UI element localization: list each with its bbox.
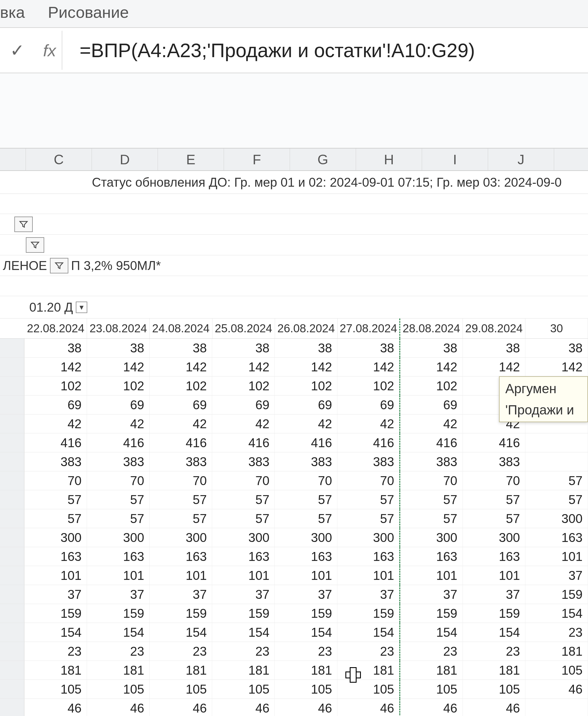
data-cell[interactable]: 101	[400, 566, 463, 585]
data-cell[interactable]: 154	[337, 623, 400, 641]
data-cell[interactable]: 69	[150, 395, 212, 414]
data-cell[interactable]: 46	[87, 699, 150, 716]
data-cell[interactable]: 102	[87, 376, 150, 395]
data-cell[interactable]: 38	[150, 339, 212, 357]
data-cell[interactable]: 142	[525, 357, 588, 376]
data-cell[interactable]: 300	[212, 528, 275, 547]
data-cell[interactable]: 300	[275, 528, 337, 547]
row-header[interactable]	[0, 509, 24, 528]
data-cell[interactable]: 181	[212, 661, 275, 679]
row-header[interactable]	[0, 680, 24, 698]
data-cell[interactable]: 383	[463, 452, 525, 471]
row-header[interactable]	[0, 642, 24, 660]
data-cell[interactable]: 57	[150, 490, 212, 509]
data-cell[interactable]: 105	[212, 680, 275, 698]
data-cell[interactable]: 57	[275, 509, 337, 528]
data-cell[interactable]: 159	[275, 604, 337, 623]
data-cell[interactable]: 37	[24, 585, 87, 604]
data-cell[interactable]: 101	[275, 566, 337, 585]
data-cell[interactable]: 23	[463, 642, 525, 660]
formula-input[interactable]: =ВПР(A4:A23;'Продажи и остатки'!A10:G29)	[71, 39, 582, 61]
row-header[interactable]	[0, 414, 24, 433]
data-cell[interactable]: 163	[212, 547, 275, 566]
column-header-G[interactable]: G	[290, 148, 356, 170]
data-cell[interactable]: 300	[337, 528, 400, 547]
data-cell[interactable]: 57	[150, 509, 212, 528]
data-cell[interactable]: 46	[275, 699, 337, 716]
data-cell[interactable]: 163	[463, 547, 525, 566]
data-cell[interactable]: 69	[400, 395, 463, 414]
data-cell[interactable]: 163	[337, 547, 400, 566]
filter-icon[interactable]	[26, 237, 44, 253]
data-cell[interactable]: 101	[337, 566, 400, 585]
column-header-F[interactable]: F	[224, 148, 290, 170]
data-cell[interactable]: 102	[24, 376, 87, 395]
data-cell[interactable]: 38	[275, 339, 337, 357]
data-cell[interactable]: 102	[400, 376, 463, 395]
data-cell[interactable]: 57	[337, 490, 400, 509]
data-cell[interactable]: 69	[24, 395, 87, 414]
data-cell[interactable]	[525, 452, 588, 471]
data-cell[interactable]: 383	[212, 452, 275, 471]
data-cell[interactable]: 101	[87, 566, 150, 585]
data-cell[interactable]: 70	[212, 471, 275, 490]
data-cell[interactable]: 105	[87, 680, 150, 698]
data-cell[interactable]: 181	[525, 642, 588, 660]
data-cell[interactable]: 154	[400, 623, 463, 641]
date-header[interactable]: 24.08.2024	[150, 319, 212, 338]
data-cell[interactable]: 70	[337, 471, 400, 490]
row-header[interactable]	[0, 585, 24, 604]
data-cell[interactable]: 37	[212, 585, 275, 604]
data-cell[interactable]: 102	[212, 376, 275, 395]
data-cell[interactable]: 383	[24, 452, 87, 471]
data-cell[interactable]: 37	[275, 585, 337, 604]
data-cell[interactable]: 300	[463, 528, 525, 547]
data-cell[interactable]: 181	[337, 661, 400, 679]
data-cell[interactable]: 37	[337, 585, 400, 604]
data-cell[interactable]: 70	[24, 471, 87, 490]
data-cell[interactable]: 181	[400, 661, 463, 679]
data-cell[interactable]: 57	[525, 471, 588, 490]
data-cell[interactable]: 154	[24, 623, 87, 641]
data-cell[interactable]: 23	[275, 642, 337, 660]
data-cell[interactable]: 69	[87, 395, 150, 414]
column-header-E[interactable]: E	[158, 148, 224, 170]
data-cell[interactable]: 38	[463, 339, 525, 357]
ribbon-tab-insert[interactable]: вка	[0, 3, 25, 22]
row-header[interactable]	[0, 490, 24, 509]
data-cell[interactable]: 159	[212, 604, 275, 623]
data-cell[interactable]: 383	[337, 452, 400, 471]
data-cell[interactable]: 69	[275, 395, 337, 414]
data-cell[interactable]: 70	[150, 471, 212, 490]
data-cell[interactable]: 154	[463, 623, 525, 641]
column-header-J[interactable]: J	[488, 148, 554, 170]
data-cell[interactable]: 105	[337, 680, 400, 698]
data-cell[interactable]: 38	[337, 339, 400, 357]
data-cell[interactable]: 300	[150, 528, 212, 547]
data-cell[interactable]: 101	[525, 547, 588, 566]
data-cell[interactable]: 23	[24, 642, 87, 660]
column-header-D[interactable]: D	[92, 148, 158, 170]
data-cell[interactable]: 181	[87, 661, 150, 679]
data-cell[interactable]: 69	[337, 395, 400, 414]
data-cell[interactable]: 57	[275, 490, 337, 509]
data-cell[interactable]: 23	[212, 642, 275, 660]
column-header-H[interactable]: H	[356, 148, 422, 170]
data-cell[interactable]: 163	[400, 547, 463, 566]
data-cell[interactable]: 159	[24, 604, 87, 623]
data-cell[interactable]: 42	[150, 414, 212, 433]
data-cell[interactable]: 57	[337, 509, 400, 528]
data-cell[interactable]: 42	[400, 414, 463, 433]
data-cell[interactable]: 154	[525, 604, 588, 623]
data-cell[interactable]: 38	[400, 339, 463, 357]
data-cell[interactable]: 105	[400, 680, 463, 698]
month-selector[interactable]: 01.20 Д ▾	[26, 300, 92, 314]
data-cell[interactable]: 416	[463, 433, 525, 452]
data-cell[interactable]: 416	[400, 433, 463, 452]
row-header[interactable]	[0, 547, 24, 566]
row-header[interactable]	[0, 528, 24, 547]
data-cell[interactable]: 416	[337, 433, 400, 452]
data-cell[interactable]: 105	[24, 680, 87, 698]
data-cell[interactable]: 101	[24, 566, 87, 585]
data-cell[interactable]: 383	[275, 452, 337, 471]
